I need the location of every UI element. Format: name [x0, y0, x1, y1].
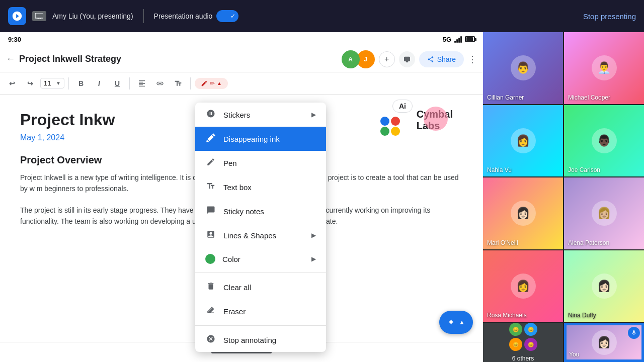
- time-display: 9:30: [8, 36, 21, 43]
- disappearing-ink-label: Disappearing ink: [223, 135, 316, 143]
- clear-all-icon: [205, 282, 216, 293]
- stop-annotating-icon: [205, 334, 216, 345]
- participant-name-nina: Nina Duffy: [568, 312, 596, 319]
- menu-item-pen[interactable]: Pen: [195, 151, 326, 175]
- edit-toolbar: ↩ ↪ 11 ▼ B I U ✏ ▲: [0, 72, 483, 95]
- participant-tile-alena[interactable]: 👩🏼 Alena Paterson: [564, 177, 644, 249]
- text-box-icon: [205, 182, 216, 193]
- redo-button[interactable]: ↪: [22, 75, 38, 92]
- pen-label: ✏: [210, 80, 215, 87]
- clear-all-label: Clear all: [223, 283, 316, 292]
- participants-panel: 👨 Cillian Garner 👨‍💼 Michael Cooper 👩 Na…: [483, 32, 644, 362]
- participant-name-nahla: Nahla Vu: [487, 166, 512, 173]
- menu-item-disappearing-ink[interactable]: Disappearing ink: [195, 127, 326, 151]
- menu-divider-1: [195, 273, 326, 273]
- avatar-user1: A: [342, 50, 360, 68]
- participant-tile-rosa[interactable]: 👩 Rosa Michaels: [483, 250, 563, 322]
- back-button[interactable]: ←: [6, 54, 15, 64]
- svg-rect-0: [35, 13, 43, 18]
- ai-badge: Ai: [392, 100, 413, 113]
- undo-button[interactable]: ↩: [4, 75, 20, 92]
- topbar: Amy Liu (You, presenting) Presentation a…: [0, 0, 644, 32]
- menu-item-text-box[interactable]: Text box: [195, 175, 326, 199]
- audio-toggle[interactable]: [216, 10, 238, 22]
- mini-avatar-3: 😊: [509, 338, 522, 351]
- italic-button[interactable]: I: [91, 75, 107, 92]
- status-bar: 9:30 5G: [0, 32, 483, 46]
- annotation-menu: Stickers ▶ Disappearing ink Pen: [195, 103, 326, 352]
- bold-button[interactable]: B: [73, 75, 89, 92]
- participant-tile-michael[interactable]: 👨‍💼 Michael Cooper: [564, 32, 644, 104]
- others-label: 6 others: [512, 355, 534, 362]
- main-content: 9:30 5G ← Project Inkwell Strategy A: [0, 32, 644, 362]
- lines-shapes-arrow: ▶: [311, 232, 316, 239]
- share-button[interactable]: Share: [419, 51, 464, 67]
- avatar-group: A J: [342, 50, 375, 68]
- participant-tile-others[interactable]: 😊 😊 😊 😊 6 others: [483, 323, 563, 362]
- annotation-fab-icon: ✦: [447, 317, 455, 328]
- share-label: Share: [437, 55, 456, 63]
- pen-menu-label: Pen: [223, 159, 316, 167]
- menu-divider-2: [195, 325, 326, 326]
- network-label: 5G: [443, 36, 451, 43]
- menu-item-stop-annotating[interactable]: Stop annotating: [195, 328, 326, 352]
- mini-avatar-4: 😊: [524, 338, 537, 351]
- participant-tile-nina[interactable]: 👩🏻 Nina Duffy: [564, 250, 644, 322]
- participant-name-alena: Alena Paterson: [568, 239, 609, 246]
- participant-name-cillian: Cillian Garner: [487, 94, 524, 101]
- comment-button[interactable]: [399, 51, 415, 67]
- color-label: Color: [222, 255, 304, 263]
- app-icon: [8, 7, 26, 25]
- add-collaborator-button[interactable]: +: [379, 51, 395, 67]
- underline-button[interactable]: U: [109, 75, 125, 92]
- participant-tile-mari[interactable]: 👩🏻 Mari O'Neill: [483, 177, 563, 249]
- audio-section: Presentation audio: [154, 10, 239, 22]
- annotation-fab-expand-icon: ▲: [459, 319, 465, 326]
- color-arrow: ▶: [311, 255, 316, 262]
- pen-annotation-button[interactable]: ✏ ▲: [195, 78, 228, 89]
- participant-tile-cillian[interactable]: 👨 Cillian Garner: [483, 32, 563, 104]
- participant-name-michael: Michael Cooper: [568, 94, 610, 101]
- menu-item-lines-shapes[interactable]: Lines & Shapes ▶: [195, 223, 326, 247]
- document-title: Project Inkwell Strategy: [19, 54, 338, 64]
- participant-tile-self[interactable]: 👩🏻 You: [564, 323, 644, 362]
- presenter-name: Amy Liu (You, presenting): [52, 12, 133, 20]
- toolbar-separator-3: [190, 77, 191, 89]
- screen-share-icon: [32, 11, 46, 21]
- self-mic-icon: [628, 327, 640, 339]
- eraser-icon: [205, 306, 216, 317]
- topbar-divider: [143, 9, 144, 23]
- sticky-notes-label: Sticky notes: [223, 207, 316, 216]
- stickers-label: Stickers: [223, 111, 304, 119]
- sticky-notes-icon: [205, 206, 216, 217]
- participant-tile-joe[interactable]: 👨🏿 Joe Carlson: [564, 105, 644, 177]
- text-box-label: Text box: [223, 183, 316, 192]
- self-name-label: You: [569, 351, 579, 358]
- stickers-arrow: ▶: [311, 111, 316, 118]
- stickers-icon: [205, 109, 216, 120]
- link-button[interactable]: [152, 75, 168, 92]
- participant-name-joe: Joe Carlson: [568, 166, 600, 173]
- mini-avatar-2: 😊: [524, 323, 537, 336]
- disappearing-ink-icon: [205, 133, 216, 144]
- menu-item-eraser[interactable]: Eraser: [195, 299, 326, 323]
- menu-item-color[interactable]: Color ▶: [195, 247, 326, 270]
- align-button[interactable]: [134, 75, 150, 92]
- stop-presenting-button[interactable]: Stop presenting: [583, 12, 636, 21]
- more-options-button[interactable]: ⋮: [468, 54, 477, 65]
- stop-annotating-label: Stop annotating: [223, 336, 316, 344]
- toolbar-separator-1: [68, 77, 69, 89]
- cymbal-labs-area: [380, 117, 400, 136]
- menu-item-clear-all[interactable]: Clear all: [195, 275, 326, 299]
- menu-item-stickers[interactable]: Stickers ▶: [195, 103, 326, 127]
- text-style-button[interactable]: [170, 75, 186, 92]
- mini-avatar-1: 😊: [509, 323, 522, 336]
- participant-tile-nahla[interactable]: 👩 Nahla Vu: [483, 105, 563, 177]
- annotation-fab-button[interactable]: ✦ ▲: [439, 311, 473, 334]
- menu-item-sticky-notes[interactable]: Sticky notes: [195, 199, 326, 223]
- font-size-selector[interactable]: 11 ▼: [40, 78, 64, 88]
- others-avatars-grid: 😊 😊 😊 😊: [509, 323, 537, 351]
- font-size-value: 11: [44, 79, 51, 87]
- signal-bars: [454, 36, 462, 43]
- eraser-label: Eraser: [223, 307, 316, 316]
